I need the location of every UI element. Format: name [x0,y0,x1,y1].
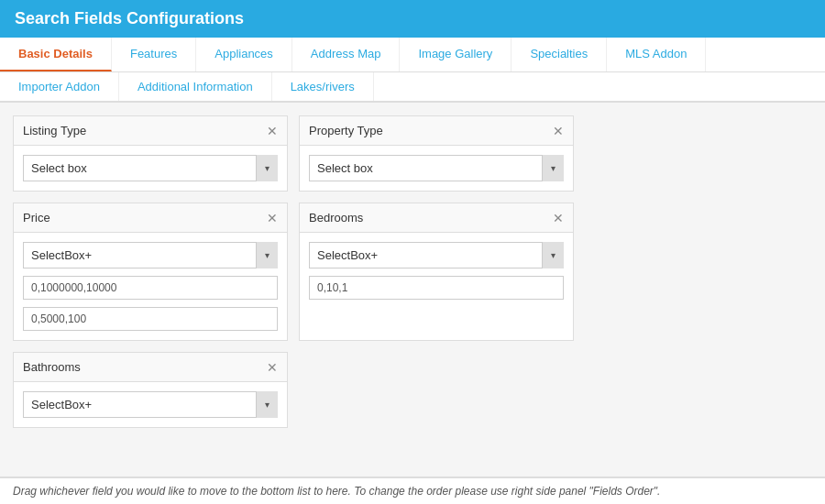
field-card-title-bathrooms: Bathrooms [23,360,81,374]
field-card-title-price: Price [23,211,50,225]
field-card-header-bathrooms: Bathrooms✕ [14,353,287,382]
field-card-body-bathrooms: SelectBox+▾ [14,382,287,427]
field-card-title-listing-type: Listing Type [23,124,86,137]
page-header: Search Fields Configurations [0,0,825,38]
field-card-body-listing-type: Select box▾ [14,146,287,191]
field-input-bedrooms-0[interactable] [309,276,564,300]
field-card-property-type: Property Type✕Select box▾ [299,115,574,192]
select-bathrooms[interactable]: SelectBox+ [23,391,278,418]
page-title: Search Fields Configurations [15,9,244,27]
tab-features[interactable]: Features [112,38,196,71]
field-input-price-0[interactable] [23,276,278,300]
field-card-close-bathrooms[interactable]: ✕ [267,361,278,374]
field-card-close-listing-type[interactable]: ✕ [267,125,278,137]
select-wrapper-property-type: Select box▾ [309,155,564,181]
tab-mls-addon[interactable]: MLS Addon [607,38,706,71]
field-input-price-1[interactable] [23,307,278,331]
field-card-header-property-type: Property Type✕ [300,116,573,146]
select-bedrooms[interactable]: SelectBox+ [309,242,564,268]
tab-image-gallery[interactable]: Image Gallery [400,38,512,71]
field-card-close-price[interactable]: ✕ [267,212,278,225]
tab2-additional-information[interactable]: Additional Information [119,72,272,101]
field-card-title-bedrooms: Bedrooms [309,211,363,225]
select-wrapper-listing-type: Select box▾ [23,155,278,181]
select-wrapper-price: SelectBox+▾ [23,242,278,268]
tab-specialties[interactable]: Specialties [512,38,607,71]
field-card-header-bedrooms: Bedrooms✕ [300,203,573,233]
tabs-row1: Basic DetailsFeaturesAppliancesAddress M… [0,38,825,72]
select-wrapper-bedrooms: SelectBox+▾ [309,242,564,268]
select-wrapper-bathrooms: SelectBox+▾ [23,391,278,418]
select-listing-type[interactable]: Select box [23,155,278,181]
field-card-body-bedrooms: SelectBox+▾ [300,233,573,309]
field-card-bathrooms: Bathrooms✕SelectBox+▾ [13,352,288,428]
field-card-listing-type: Listing Type✕Select box▾ [13,115,288,192]
tab-address-map[interactable]: Address Map [292,38,401,71]
field-card-title-property-type: Property Type [309,124,383,137]
tab2-importer-addon[interactable]: Importer Addon [0,72,119,101]
field-card-close-bedrooms[interactable]: ✕ [553,212,564,225]
field-card-close-property-type[interactable]: ✕ [553,125,564,137]
tab-basic-details[interactable]: Basic Details [0,38,112,71]
field-card-price: Price✕SelectBox+▾ [13,203,288,341]
field-card-body-price: SelectBox+▾ [14,233,287,340]
field-card-body-property-type: Select box▾ [300,146,573,191]
tabs-row2: Importer AddonAdditional InformationLake… [0,72,825,103]
select-property-type[interactable]: Select box [309,155,564,181]
tab-appliances[interactable]: Appliances [196,38,292,71]
field-card-header-listing-type: Listing Type✕ [14,116,287,146]
field-card-header-price: Price✕ [14,203,287,233]
field-card-bedrooms: Bedrooms✕SelectBox+▾ [299,203,574,341]
select-price[interactable]: SelectBox+ [23,242,278,268]
content-area: Listing Type✕Select box▾Property Type✕Se… [0,103,825,451]
bottom-note: Drag whichever field you would like to m… [0,477,825,504]
tab2-lakes-rivers[interactable]: Lakes/rivers [272,72,374,101]
